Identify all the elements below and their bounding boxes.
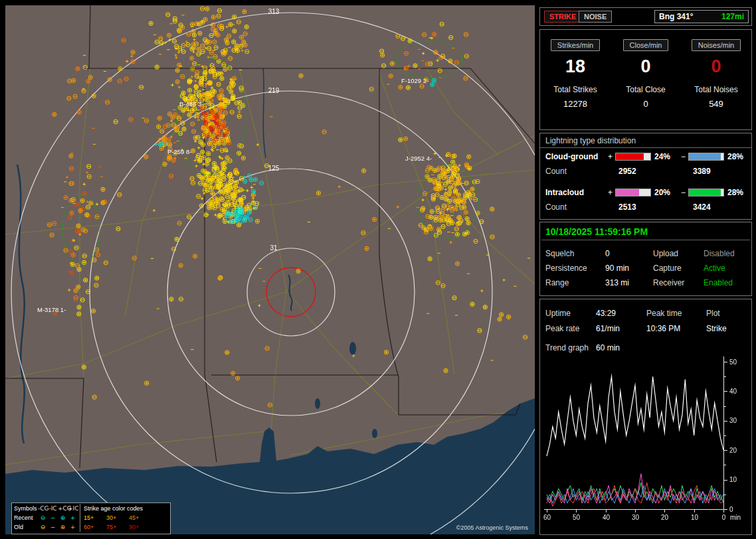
cg-minus-bar [688, 153, 724, 161]
cell-label: P-259 8- [167, 148, 191, 155]
peak-rate-value: 61/min [596, 324, 620, 333]
plot-value: Strike [706, 324, 727, 333]
ic-minus-count: 3424 [693, 202, 711, 212]
minus-sign: − [681, 152, 686, 161]
cloud-ground-count-row: Count 2952 3389 [540, 167, 751, 177]
land-background [5, 5, 535, 534]
ring-label-125: 125 [268, 165, 280, 172]
storm-cell-outlines [62, 41, 478, 264]
count-label: Count [545, 202, 567, 212]
noises-per-min-button[interactable]: Noises/min [692, 39, 741, 51]
age-90: 90+ [129, 522, 151, 532]
age-30: 30+ [106, 513, 129, 522]
ring-label-31: 31 [270, 244, 278, 252]
upload-value: Disabled [704, 249, 735, 258]
legend-header-row: Symbols -CG -IC +CG +IC Strike age color… [14, 504, 168, 513]
strikes-per-min-value: 18 [565, 56, 585, 77]
ic-minus-bar [688, 189, 724, 196]
range-label: Range [545, 278, 569, 287]
nexstorm-window: 313 219 125 31 B-488 3- P-259 8- F-1029 … [0, 0, 756, 539]
distribution-title: Lightning type distribution [540, 133, 751, 148]
close-per-min-button[interactable]: Close/min [623, 39, 669, 51]
recent-ncg-icon: ⊖ [38, 513, 48, 522]
basemap-layer [5, 5, 535, 534]
legend-col-pic: +IC [68, 504, 78, 513]
rates-panel: Strikes/min 18 Total Strikes 12278 Close… [539, 29, 752, 130]
old-ncg-icon: ⊖ [38, 522, 48, 532]
status-panel: 10/18/2025 11:59:16 PM Squelch 0 Upload … [539, 222, 752, 296]
state-borders-layer [5, 5, 535, 468]
total-strikes-label: Total Strikes [553, 85, 597, 94]
cg-plus-pct: 24% [654, 152, 670, 161]
plus-sign: + [608, 188, 613, 197]
persistence-label: Persistence [545, 264, 587, 273]
legend-old-label: Old [14, 522, 38, 532]
cloud-ground-label: Cloud-ground [545, 152, 598, 161]
uptime-label: Uptime [545, 309, 571, 318]
bearing-readout: Bng 341° 127mi [654, 10, 749, 23]
upload-label: Upload [653, 249, 678, 258]
cg-plus-bar [615, 153, 651, 161]
age-60: 60+ [84, 522, 106, 532]
age-15: 15+ [84, 513, 106, 522]
range-ring-labels: 313 219 125 31 [268, 8, 280, 252]
capture-value: Active [704, 264, 725, 273]
count-label: Count [545, 167, 567, 176]
old-pic-icon: + [68, 522, 78, 532]
mode-panel: STRIKE NOISE Bng 341° 127mi [539, 7, 752, 26]
noises-column: Noises/min 0 Total Noises 549 [681, 30, 751, 129]
ic-plus-pct: 20% [654, 188, 670, 197]
copyright-text: ©2005 Astrogenic Systems [456, 524, 528, 531]
cg-minus-count: 3389 [693, 167, 711, 176]
intracloud-count-row: Count 2513 3424 [540, 202, 751, 213]
receiver-value: Enabled [704, 278, 733, 287]
intracloud-row: Intracloud + 20% − 28% [540, 188, 751, 198]
session-panel: Uptime 43:29 Peak time Plot Peak rate 61… [539, 299, 752, 535]
storm-cell-labels: B-488 3- P-259 8- F-1029 2- J-2952 4- M-… [37, 77, 432, 313]
cg-minus-pct: 28% [727, 152, 743, 161]
legend-symbols-label: Symbols [14, 504, 38, 513]
trend-window-value: 60 min [596, 343, 620, 352]
squelch-label: Squelch [545, 249, 574, 258]
peak-time-label: Peak time [646, 309, 682, 318]
cell-label: F-1029 2- [401, 77, 428, 84]
trend-graph-chart [543, 354, 747, 528]
legend-old-row: Old ⊖ − ⊕ + 60+ 75+ 90+ [14, 522, 168, 532]
ic-minus-pct: 28% [727, 188, 743, 197]
squelch-value: 0 [605, 249, 610, 258]
close-column: Close/min 0 Total Close 0 [611, 30, 681, 129]
total-noises-value: 549 [709, 99, 723, 109]
total-strikes-value: 12278 [563, 99, 587, 109]
rivers-layer [17, 68, 292, 443]
total-close-label: Total Close [626, 85, 665, 94]
separator [541, 240, 750, 240]
ic-plus-count: 2513 [618, 202, 636, 212]
close-per-min-value: 0 [640, 56, 650, 77]
legend-recent-row: Recent ⊖ − ⊕ + 15+ 30+ 45+ [14, 513, 168, 522]
intracloud-label: Intracloud [545, 188, 584, 197]
cell-label: M-3178 1- [37, 306, 66, 313]
legend-col-pcg: +CG [58, 504, 68, 513]
ring-label-313: 313 [268, 8, 280, 15]
trend-graph-label: Trend graph [545, 343, 589, 352]
legend-col-nic: -IC [48, 504, 58, 513]
distribution-panel: Lightning type distribution Cloud-ground… [539, 133, 752, 220]
strike-symbols-layer [5, 5, 535, 534]
lightning-map[interactable]: 313 219 125 31 B-488 3- P-259 8- F-1029 … [5, 5, 535, 534]
range-rings [11, 13, 535, 534]
legend-recent-label: Recent [14, 513, 38, 522]
uptime-value: 43:29 [596, 309, 616, 318]
cell-label: J-2952 4- [405, 155, 432, 162]
strike-mode-button[interactable]: STRIKE [544, 11, 581, 23]
legend-age-title: Strike age color codes [84, 504, 143, 513]
peak-rate-label: Peak rate [545, 324, 579, 333]
strikes-per-min-button[interactable]: Strikes/min [551, 39, 600, 51]
map-legend: Symbols -CG -IC +CG +IC Strike age color… [11, 502, 171, 534]
receiver-label: Receiver [653, 278, 684, 287]
map-labels-layer: 313 219 125 31 B-488 3- P-259 8- F-1029 … [5, 5, 535, 534]
highways-layer [5, 68, 535, 465]
range-value: 313 mi [605, 278, 629, 287]
noise-mode-button[interactable]: NOISE [579, 11, 612, 23]
old-nic-icon: − [48, 522, 58, 532]
total-close-value: 0 [643, 99, 648, 109]
